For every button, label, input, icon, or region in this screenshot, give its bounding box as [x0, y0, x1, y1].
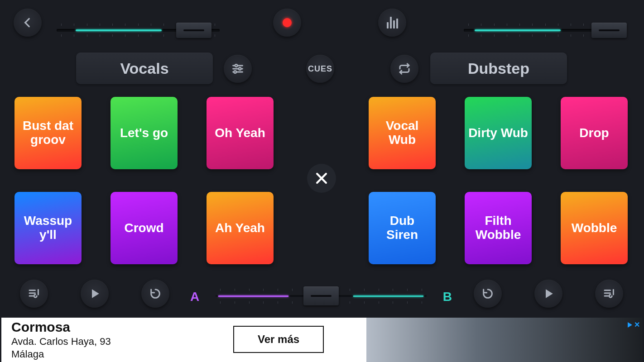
deck-b-category-button[interactable]: Dubstep: [430, 52, 567, 84]
top-toolbar: [0, 8, 644, 37]
pad-label: Ah Yeah: [215, 221, 265, 235]
deck-b-pad-2[interactable]: Drop: [561, 97, 628, 169]
svg-point-1: [235, 64, 237, 67]
playlist-icon: [602, 287, 616, 300]
deck-a-pad-4[interactable]: Crowd: [111, 192, 178, 264]
adchoices-icon[interactable]: [628, 322, 632, 328]
crossfader-b-label: B: [443, 290, 452, 304]
deck-b-loop-button[interactable]: [390, 55, 418, 83]
deck-a-playlist-button[interactable]: [20, 280, 48, 308]
chevron-left-icon: [22, 17, 34, 29]
pad-label: Crowd: [124, 221, 163, 235]
pad-label: Dirty Wub: [468, 126, 528, 140]
category-bar: Vocals CUES Dubstep: [0, 51, 644, 86]
ad-banner[interactable]: Cormosa Avda. Carlos Haya, 93 Málaga Ver…: [1, 318, 643, 362]
back-button[interactable]: [14, 9, 42, 37]
ad-controls: ✕: [628, 320, 640, 329]
deck-b-tempo-slider[interactable]: [464, 21, 627, 41]
svg-point-3: [239, 67, 241, 70]
pad-label: Wassup y'll: [18, 214, 78, 242]
deck-a-pad-3[interactable]: Wassup y'll: [14, 192, 82, 264]
svg-marker-12: [92, 290, 99, 297]
pad-label: Filth Wobble: [468, 214, 528, 242]
ad-cta-label: Ver más: [258, 333, 299, 345]
pad-label: Vocal Wub: [372, 119, 432, 147]
pad-label: Drop: [579, 126, 609, 140]
deck-b-pads: Vocal WubDirty WubDropDub SirenFilth Wob…: [369, 97, 628, 264]
sliders-icon: [231, 62, 244, 75]
deck-b-play-button[interactable]: [534, 280, 562, 308]
pad-label: Dub Siren: [372, 214, 432, 242]
svg-marker-13: [546, 290, 553, 297]
category-label: Vocals: [120, 60, 168, 77]
visualizer-button[interactable]: [378, 9, 406, 37]
deck-a-play-button[interactable]: [81, 280, 109, 308]
cues-label: CUES: [308, 64, 332, 74]
deck-b-pad-3[interactable]: Dub Siren: [369, 192, 436, 264]
record-button[interactable]: [273, 9, 301, 37]
deck-a-pad-2[interactable]: Oh Yeah: [207, 97, 274, 169]
svg-point-5: [234, 71, 236, 73]
deck-b-pad-4[interactable]: Filth Wobble: [465, 192, 532, 264]
pad-label: Bust dat groov: [18, 119, 78, 147]
deck-b-pad-1[interactable]: Dirty Wub: [465, 97, 532, 169]
deck-a-reset-button[interactable]: [141, 280, 169, 308]
cues-button[interactable]: CUES: [306, 55, 334, 83]
deck-b-reset-button[interactable]: [474, 280, 502, 308]
undo-icon: [481, 287, 494, 300]
repeat-icon: [398, 62, 411, 76]
slider-knob[interactable]: [176, 23, 211, 38]
play-icon: [89, 288, 101, 300]
ad-image: [366, 318, 643, 362]
ad-cta-button[interactable]: Ver más: [233, 326, 324, 353]
close-pads-button[interactable]: [307, 164, 336, 193]
pad-label: Oh Yeah: [215, 126, 265, 140]
pad-label: Wobble: [572, 221, 617, 235]
close-icon: [314, 171, 329, 186]
ad-close-button[interactable]: ✕: [634, 320, 640, 329]
deck-a-category-button[interactable]: Vocals: [76, 52, 213, 84]
deck-a-pads: Bust dat groovLet's goOh YeahWassup y'll…: [14, 97, 274, 264]
crossfader[interactable]: A B: [190, 283, 452, 309]
category-label: Dubstep: [468, 60, 529, 77]
bottom-toolbar: A B: [0, 275, 644, 313]
playlist-icon: [27, 287, 41, 300]
pad-label: Let's go: [120, 126, 168, 140]
record-icon: [283, 18, 292, 27]
deck-a-pad-1[interactable]: Let's go: [111, 97, 178, 169]
deck-a-fx-button[interactable]: [224, 55, 252, 83]
deck-a-pad-5[interactable]: Ah Yeah: [207, 192, 274, 264]
deck-b-pad-5[interactable]: Wobble: [561, 192, 628, 264]
deck-a-pad-0[interactable]: Bust dat groov: [14, 97, 82, 169]
deck-b-pad-0[interactable]: Vocal Wub: [369, 97, 436, 169]
crossfader-a-label: A: [190, 290, 199, 304]
play-icon: [543, 288, 554, 300]
undo-icon: [149, 287, 162, 300]
crossfader-knob[interactable]: [303, 286, 339, 305]
slider-knob[interactable]: [591, 23, 627, 38]
deck-a-tempo-slider[interactable]: [57, 21, 220, 41]
deck-b-playlist-button[interactable]: [595, 280, 623, 308]
equalizer-icon: [387, 17, 398, 29]
